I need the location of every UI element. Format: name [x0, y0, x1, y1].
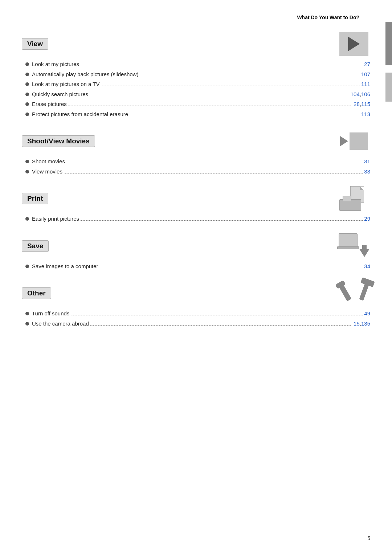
movie-triangle-icon [340, 136, 348, 146]
hammer-icon [359, 282, 369, 301]
item-text: Look at my pictures on a TV [32, 80, 99, 89]
dots [130, 116, 360, 116]
page-num[interactable]: 31 [364, 158, 370, 166]
list-item: Automatically play back pictures (slides… [25, 70, 370, 79]
save-title: Save [22, 240, 49, 252]
print-machine-icon [339, 199, 361, 211]
bullet-icon [25, 160, 29, 163]
bullet-icon [25, 113, 29, 116]
page-num[interactable]: 15 [354, 320, 360, 328]
dots [64, 173, 363, 173]
save-computer-base-icon [337, 246, 359, 249]
other-title: Other [22, 287, 51, 299]
page-num[interactable]: 104 [351, 90, 360, 99]
item-text: Turn off sounds [32, 310, 69, 318]
movies-title: Shoot/View Movies [22, 135, 95, 147]
play-triangle-icon [348, 37, 360, 51]
item-text: Quickly search pictures [32, 90, 88, 99]
item-text: View movies [32, 168, 62, 176]
other-icon [338, 281, 370, 306]
movies-header-row: Shoot/View Movies [22, 128, 370, 154]
page-num[interactable]: 135 [361, 320, 370, 328]
page-num[interactable]: 111 [361, 80, 370, 89]
list-item: Use the camera abroad 15, 135 [25, 320, 370, 328]
page-num[interactable]: 34 [364, 262, 370, 271]
item-text: Protect pictures from accidental erasure [32, 110, 128, 119]
save-arrow-icon [359, 249, 369, 257]
view-icon [338, 31, 370, 57]
page-num[interactable]: 106 [361, 90, 370, 99]
section-print: Print Easily print pictures 29 [22, 186, 370, 223]
bullet-icon [25, 82, 29, 86]
print-icon [338, 186, 370, 211]
item-text: Look at my pictures [32, 60, 79, 69]
side-tab-lower [385, 73, 392, 102]
other-items-list: Turn off sounds 49 Use the camera abroad… [22, 310, 370, 328]
view-items-list: Look at my pictures 27 Automatically pla… [22, 60, 370, 118]
bullet-icon [25, 73, 29, 76]
page-header: What Do You Want to Do? [22, 15, 370, 20]
list-item: Look at my pictures on a TV 111 [25, 80, 370, 89]
dots [90, 325, 352, 326]
print-title: Print [22, 193, 48, 204]
page-number: 5 [367, 535, 370, 541]
dots [101, 86, 359, 86]
page-num[interactable]: 49 [364, 310, 370, 318]
view-title: View [22, 38, 48, 50]
save-computer-icon [339, 233, 358, 247]
section-save: Save Save images to a computer 34 [22, 233, 370, 271]
item-text: Use the camera abroad [32, 320, 89, 328]
print-items-list: Easily print pictures 29 [22, 215, 370, 223]
dots [100, 268, 363, 268]
page-num[interactable]: 33 [364, 168, 370, 176]
item-text: Easily print pictures [32, 215, 79, 223]
side-tab-top [385, 22, 392, 65]
list-item: Quickly search pictures 104, 106 [25, 90, 370, 99]
wrench-icon [338, 283, 351, 301]
dots [81, 220, 363, 221]
item-text: Erase pictures [32, 100, 67, 109]
view-header-row: View [22, 31, 370, 57]
list-item: Turn off sounds 49 [25, 310, 370, 318]
page-num[interactable]: 113 [361, 110, 370, 119]
bullet-icon [25, 322, 29, 326]
play-icon-bg [339, 32, 368, 56]
list-item: Protect pictures from accidental erasure… [25, 110, 370, 119]
page-num[interactable]: 107 [361, 70, 370, 79]
dots [71, 315, 363, 315]
bullet-icon [25, 62, 29, 66]
item-text: Shoot movies [32, 158, 65, 166]
section-shoot-view-movies: Shoot/View Movies Shoot movies 31 View m… [22, 128, 370, 176]
section-view: View Look at my pictures 27 Automaticall… [22, 31, 370, 118]
save-icon [338, 233, 370, 259]
dots [140, 76, 360, 76]
bullet-icon [25, 93, 29, 96]
bullet-icon [25, 265, 29, 268]
item-text: Automatically play back pictures (slides… [32, 70, 138, 79]
page-num[interactable]: 28 [354, 100, 360, 109]
section-other: Other Turn off sounds 49 Use the camera … [22, 281, 370, 328]
header-title: What Do You Want to Do? [297, 15, 359, 20]
list-item: Shoot movies 31 [25, 158, 370, 166]
other-header-row: Other [22, 281, 370, 306]
dots [66, 163, 363, 163]
movies-items-list: Shoot movies 31 View movies 33 [22, 158, 370, 176]
page-container: What Do You Want to Do? View Look at my … [0, 0, 392, 552]
page-num[interactable]: 115 [361, 100, 370, 109]
list-item: Erase pictures 28, 115 [25, 100, 370, 109]
dots [68, 106, 352, 106]
list-item: Save images to a computer 34 [25, 262, 370, 271]
page-num[interactable]: 27 [364, 60, 370, 69]
page-num[interactable]: 29 [364, 215, 370, 223]
bullet-icon [25, 102, 29, 106]
save-header-row: Save [22, 233, 370, 259]
dots [81, 66, 363, 66]
print-icon-wrap [339, 186, 368, 211]
list-item: Look at my pictures 27 [25, 60, 370, 69]
dots [90, 96, 349, 96]
item-text: Save images to a computer [32, 262, 98, 271]
movie-icon-wrap [340, 132, 368, 150]
movie-rect-icon [350, 132, 368, 150]
other-icon-wrap [339, 280, 369, 306]
movies-icon [338, 128, 370, 154]
